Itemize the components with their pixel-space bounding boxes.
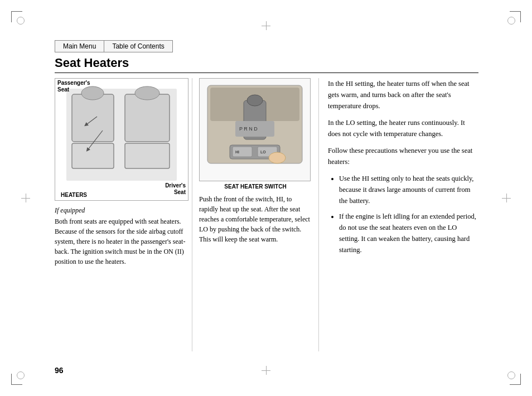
middle-body-text: Push the front of the switch, HI, to rap… [199,194,312,244]
switch-label: SEAT HEATER SWITCH [199,183,312,190]
heaters-label: HEATERS [61,192,87,198]
cross-mark-bottom [262,366,270,375]
cross-mark-top [262,21,270,30]
left-body-text: Both front seats are equipped with seat … [55,216,190,267]
svg-rect-1 [72,94,114,142]
svg-rect-2 [72,143,114,168]
cross-mark-left [21,194,30,202]
if-equipped-label: If equipped [55,205,190,215]
switch-illustration: P R N D HI LO [202,81,308,178]
divider-middle-right [318,78,319,351]
bracket-tl [11,11,22,22]
svg-text:P R N D: P R N D [239,126,258,132]
seat-illustration [61,83,182,183]
bracket-br [510,374,521,385]
precautions-list: Use the HI setting only to heat the seat… [332,173,478,255]
main-menu-button[interactable]: Main Menu [55,40,104,52]
bracket-bl [11,374,22,385]
cross-mark-right [502,194,511,202]
svg-point-20 [269,152,286,163]
bracket-tr [510,11,521,22]
left-column: Passenger's Seat [55,78,190,351]
switch-image-box: P R N D HI LO [199,78,311,181]
left-description: If equipped Both front seats are equippe… [55,205,190,267]
svg-text:LO: LO [260,150,266,154]
driver-seat-label: Driver's Seat [165,182,186,196]
seat-diagram-box: Passenger's Seat [55,78,188,201]
svg-rect-7 [125,143,170,168]
page-number: 96 [55,366,64,375]
svg-point-8 [135,86,159,100]
three-column-layout: Passenger's Seat [55,78,478,351]
right-column: In the HI setting, the heater turns off … [321,78,478,351]
middle-column: P R N D HI LO SEAT HEATER SWITCH Push th… [195,78,316,351]
table-of-contents-button[interactable]: Table of Contents [104,40,172,52]
content-area: Passenger's Seat [55,78,478,351]
svg-point-12 [247,95,263,106]
page-title: Seat Heaters [55,56,478,73]
bullet-item-2: If the engine is left idling for an exte… [339,211,478,255]
svg-text:HI: HI [235,150,239,154]
right-para-1: In the HI setting, the heater turns off … [328,78,478,112]
right-para-2: In the LO setting, the heater runs conti… [328,117,478,139]
divider-left-middle [192,78,192,351]
svg-rect-6 [125,94,170,142]
bullet-item-1: Use the HI setting only to heat the seat… [339,173,478,206]
right-para-3: Follow these precautions whenever you us… [328,145,478,167]
nav-bar: Main Menu Table of Contents [55,40,173,52]
passenger-seat-label: Passenger's Seat [57,80,90,93]
